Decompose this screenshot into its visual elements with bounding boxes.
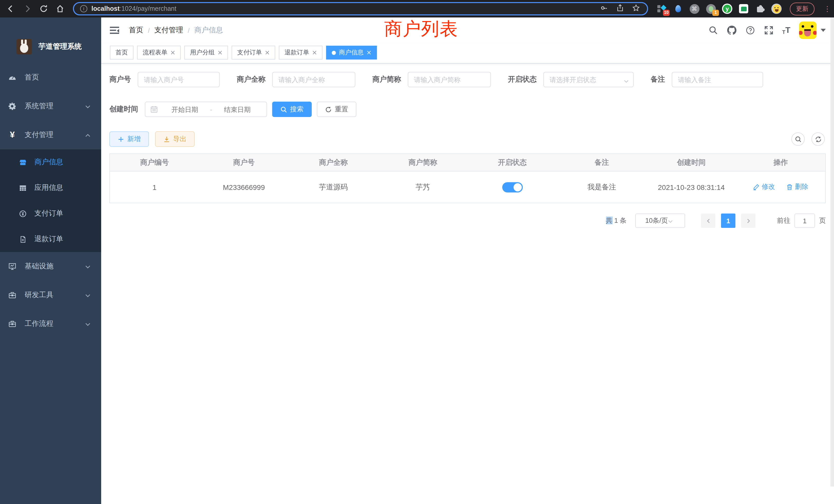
site-info-icon[interactable]: i bbox=[80, 5, 87, 12]
breadcrumb-home[interactable]: 首页 bbox=[129, 26, 143, 35]
sidebar-item-app-info[interactable]: 应用信息 bbox=[0, 175, 101, 201]
edit-link[interactable]: 修改 bbox=[753, 182, 775, 192]
refresh-button[interactable] bbox=[811, 132, 825, 146]
sidebar-item-refund-order[interactable]: 退款订单 bbox=[0, 226, 101, 252]
help-icon[interactable] bbox=[745, 25, 755, 35]
sidebar-item-system[interactable]: 系统管理 bbox=[0, 92, 101, 121]
status-toggle[interactable] bbox=[502, 182, 523, 192]
extension-command-icon[interactable]: ⌘ bbox=[689, 4, 699, 14]
delete-link[interactable]: 删除 bbox=[786, 182, 808, 192]
create-time-range-picker[interactable]: - bbox=[145, 101, 267, 117]
tab-refund-order[interactable]: 退款订单 bbox=[279, 46, 323, 60]
close-icon[interactable] bbox=[265, 50, 270, 55]
extension-badge: 1 bbox=[712, 10, 719, 16]
logo-rabbit-image bbox=[17, 39, 32, 54]
extensions-puzzle-icon[interactable] bbox=[755, 4, 765, 14]
add-button[interactable]: 新增 bbox=[109, 131, 149, 147]
tab-pay-order[interactable]: 支付订单 bbox=[232, 46, 275, 60]
browser-back-icon[interactable] bbox=[4, 2, 18, 16]
table-row: 1 M233666999 芋道源码 芋艿 我是备注 2021-10-23 08:… bbox=[110, 171, 826, 203]
chevron-down-icon bbox=[85, 321, 91, 327]
browser-menu-icon[interactable]: ⋮ bbox=[824, 6, 829, 11]
grid-table-icon bbox=[19, 184, 27, 192]
breadcrumb-current: 商户信息 bbox=[194, 26, 223, 35]
browser-home-icon[interactable] bbox=[53, 2, 67, 16]
extension-recorder-icon[interactable]: 1 bbox=[706, 4, 716, 14]
browser-forward-icon[interactable] bbox=[21, 2, 34, 16]
short-name-input[interactable] bbox=[408, 72, 491, 87]
close-icon[interactable] bbox=[312, 50, 317, 55]
sidebar: 芋道管理系统 首页 系统管理 bbox=[0, 18, 101, 504]
sidebar-item-pay-order[interactable]: 支付订单 bbox=[0, 201, 101, 226]
goto-page-input[interactable] bbox=[794, 213, 815, 228]
tab-user-group[interactable]: 用户分组 bbox=[184, 46, 228, 60]
sidebar-item-payment[interactable]: ¥ 支付管理 bbox=[0, 121, 101, 150]
cell-actions: 修改 删除 bbox=[736, 171, 826, 203]
font-size-icon[interactable]: TT bbox=[782, 26, 790, 35]
bookmark-star-icon[interactable] bbox=[632, 4, 640, 14]
url-text[interactable]: localhost:1024/pay/merchant bbox=[91, 5, 596, 12]
profile-avatar-icon[interactable] bbox=[771, 4, 782, 14]
top-navbar: 首页 / 支付管理 / 商户信息 bbox=[101, 18, 834, 43]
col-actions: 操作 bbox=[736, 154, 826, 171]
close-icon[interactable] bbox=[218, 50, 222, 55]
cell-merchant-no: M233666999 bbox=[199, 171, 289, 203]
goto-label: 前往 bbox=[777, 216, 790, 225]
extension-grid-icon[interactable]: 10 bbox=[656, 4, 666, 14]
sidebar-item-infrastructure[interactable]: 基础设施 bbox=[0, 252, 101, 281]
chevron-down-icon bbox=[667, 218, 673, 224]
next-page-button[interactable] bbox=[741, 213, 755, 228]
close-icon[interactable] bbox=[367, 50, 371, 55]
browser-update-button[interactable]: 更新 bbox=[790, 2, 814, 15]
document-icon bbox=[19, 235, 27, 243]
col-full-name: 商户全称 bbox=[289, 154, 378, 171]
browser-reload-icon[interactable] bbox=[37, 2, 50, 16]
reset-button[interactable]: 重置 bbox=[317, 101, 356, 117]
close-icon[interactable] bbox=[171, 50, 175, 55]
sidebar-collapse-icon[interactable] bbox=[109, 25, 120, 36]
browser-toolbar: i localhost:1024/pay/merchant 10 bbox=[0, 0, 834, 18]
extension-balloon-icon[interactable] bbox=[673, 4, 683, 14]
tab-home[interactable]: 首页 bbox=[110, 46, 133, 60]
full-name-input[interactable] bbox=[272, 72, 355, 87]
tab-merchant-info-active[interactable]: 商户信息 bbox=[326, 46, 377, 60]
remark-input[interactable] bbox=[672, 72, 763, 87]
extension-tray: 10 ⌘ 1 y 更新 ⋮ bbox=[656, 2, 829, 15]
password-key-icon[interactable] bbox=[600, 4, 608, 14]
current-page[interactable]: 1 bbox=[721, 213, 736, 228]
app-logo[interactable]: 芋道管理系统 bbox=[17, 39, 101, 54]
merchant-no-input[interactable] bbox=[138, 72, 220, 87]
sidebar-item-dev-tools[interactable]: 研发工具 bbox=[0, 281, 101, 310]
sidebar-item-workflow[interactable]: 工作流程 bbox=[0, 310, 101, 338]
date-start-input[interactable] bbox=[161, 106, 209, 113]
sidebar-item-home[interactable]: 首页 bbox=[0, 63, 101, 92]
yen-circle-icon bbox=[19, 210, 27, 217]
address-bar[interactable]: i localhost:1024/pay/merchant bbox=[73, 2, 648, 16]
scrollbar-track[interactable] bbox=[830, 18, 834, 486]
cell-full-name: 芋道源码 bbox=[289, 171, 378, 203]
tab-process-form[interactable]: 流程表单 bbox=[137, 46, 181, 60]
breadcrumb: 首页 / 支付管理 / 商户信息 bbox=[129, 26, 223, 35]
extension-chat-icon[interactable] bbox=[739, 4, 749, 14]
sidebar-item-merchant-info[interactable]: 商户信息 bbox=[0, 150, 101, 175]
app-title: 芋道管理系统 bbox=[39, 42, 82, 51]
toggle-search-button[interactable] bbox=[791, 132, 805, 146]
page-size-select[interactable]: 10条/页 bbox=[635, 213, 685, 228]
search-button[interactable]: 搜索 bbox=[272, 101, 312, 117]
screen: i localhost:1024/pay/merchant 10 bbox=[0, 0, 834, 504]
merchant-no-label: 商户号 bbox=[109, 75, 131, 84]
github-icon[interactable] bbox=[727, 25, 737, 35]
status-select[interactable] bbox=[543, 72, 634, 87]
fullscreen-icon[interactable] bbox=[764, 25, 773, 35]
date-end-input[interactable] bbox=[213, 106, 261, 113]
share-icon[interactable] bbox=[616, 4, 624, 14]
export-button[interactable]: 导出 bbox=[155, 131, 195, 147]
extension-y-icon[interactable]: y bbox=[722, 4, 732, 14]
user-avatar bbox=[799, 22, 816, 39]
search-icon[interactable] bbox=[708, 25, 718, 35]
remark-label: 备注 bbox=[651, 75, 665, 84]
cell-short-name: 芋艿 bbox=[378, 171, 468, 203]
prev-page-button[interactable] bbox=[701, 213, 716, 228]
breadcrumb-payment[interactable]: 支付管理 bbox=[154, 26, 183, 35]
user-menu[interactable] bbox=[799, 22, 826, 39]
